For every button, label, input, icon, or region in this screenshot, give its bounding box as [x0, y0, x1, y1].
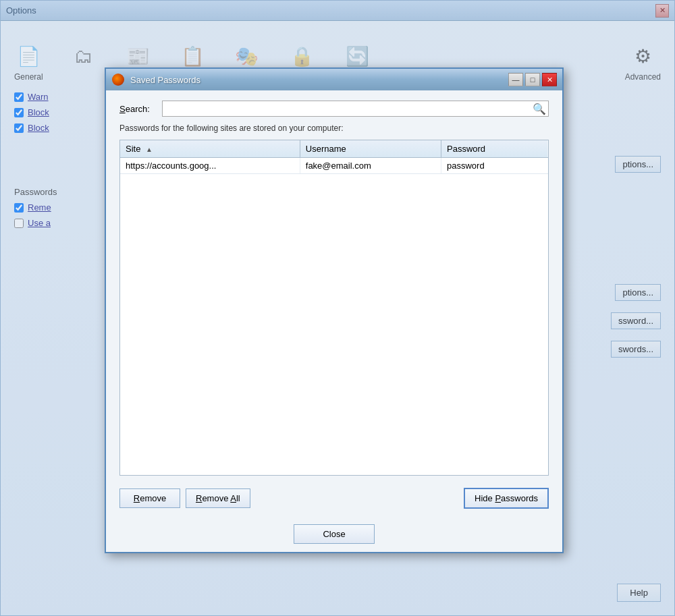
removeall-label-rest: emove — [202, 493, 230, 503]
column-header-site[interactable]: Site ▲ — [120, 140, 300, 158]
username-col-label: Username — [306, 144, 346, 154]
table-cell-username: fake@email.com — [300, 158, 441, 174]
password-col-label: Password — [447, 144, 485, 154]
maximize-button[interactable]: □ — [525, 73, 540, 86]
dialog-overlay: Saved Passwords — □ ✕ Search: 🔍 Password… — [0, 0, 675, 616]
site-col-label: Site — [126, 144, 140, 154]
left-buttons: Remove Remove All — [119, 488, 250, 508]
remove-underline-r: R — [134, 493, 140, 503]
dialog-close-row: Close — [106, 522, 562, 552]
dialog-buttons-row: Remove Remove All Hide Passwords — [119, 482, 549, 511]
search-input[interactable] — [162, 101, 549, 117]
removeall-underline-a: A — [230, 493, 236, 503]
hide-passwords-button[interactable]: Hide Passwords — [464, 488, 549, 509]
info-text: Passwords for the following sites are st… — [119, 123, 549, 133]
passwords-table-container: Site ▲ Username Password — [119, 140, 549, 476]
saved-passwords-dialog: Saved Passwords — □ ✕ Search: 🔍 Password… — [105, 67, 564, 553]
remove-label-rest: emove — [140, 493, 166, 503]
close-label: Close — [323, 529, 345, 539]
search-icon[interactable]: 🔍 — [533, 103, 546, 115]
removeall-ll: ll — [236, 493, 240, 503]
remove-button[interactable]: Remove — [119, 488, 180, 508]
search-input-wrapper: 🔍 — [162, 101, 549, 117]
search-row: Search: 🔍 — [119, 101, 549, 117]
table-row[interactable]: https://accounts.goog... fake@email.com … — [120, 158, 548, 174]
minimize-button[interactable]: — — [508, 73, 523, 86]
column-header-username[interactable]: Username — [300, 140, 441, 158]
sort-arrow-icon: ▲ — [146, 146, 153, 153]
firefox-logo-icon — [111, 73, 125, 86]
dialog-titlebar: Saved Passwords — □ ✕ — [106, 69, 562, 90]
remove-all-button[interactable]: Remove All — [186, 488, 250, 508]
table-cell-password: password — [441, 158, 548, 174]
passwords-table: Site ▲ Username Password — [120, 140, 548, 174]
dialog-content: Search: 🔍 Passwords for the following si… — [106, 90, 562, 522]
close-button[interactable]: Close — [294, 524, 375, 544]
search-underline-s: S — [119, 104, 126, 114]
dialog-title: Saved Passwords — [130, 75, 503, 85]
hide-passwords-underline-p: P — [495, 493, 501, 503]
table-header: Site ▲ Username Password — [120, 140, 548, 158]
hide-passwords-label: Hide — [475, 493, 495, 503]
table-body: https://accounts.goog... fake@email.com … — [120, 158, 548, 174]
close-titlebar-button[interactable]: ✕ — [542, 73, 557, 86]
table-cell-site: https://accounts.goog... — [120, 158, 300, 174]
table-header-row: Site ▲ Username Password — [120, 140, 548, 158]
search-label: Search: — [119, 104, 157, 114]
search-label-rest: earch: — [126, 104, 150, 114]
column-header-password[interactable]: Password — [441, 140, 548, 158]
window-controls: — □ ✕ — [508, 73, 557, 86]
hide-passwords-rest: asswords — [501, 493, 538, 503]
removeall-underline-r: R — [196, 493, 202, 503]
